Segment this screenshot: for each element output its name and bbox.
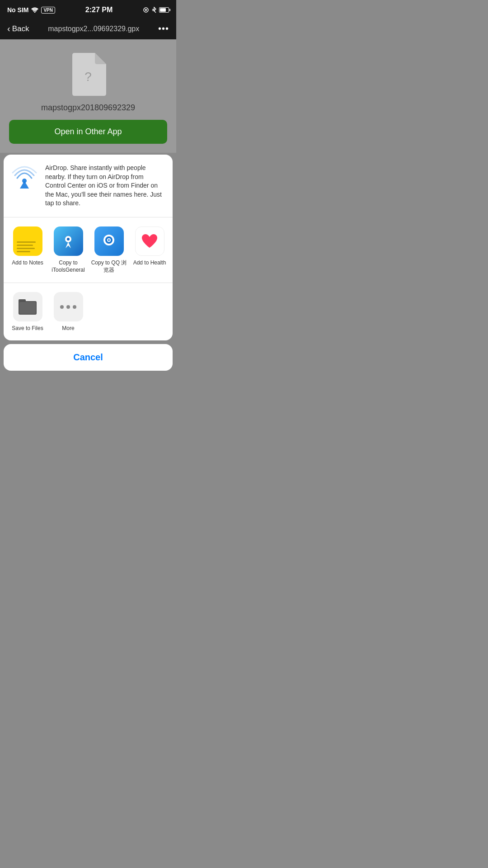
battery-indicator [159, 7, 169, 13]
bluetooth-icon [152, 7, 156, 13]
more-label: More [62, 325, 74, 331]
app-item-phantom[interactable]: Copy to Phantom GPS [170, 225, 173, 275]
airdrop-description: AirDrop. Share instantly with people nea… [45, 164, 165, 208]
status-left: No SIM VPN [7, 6, 55, 14]
cancel-button[interactable]: Cancel [4, 344, 173, 371]
app-item-notes[interactable]: Add to Notes [7, 225, 48, 275]
qq-label: Copy to QQ 浏览器 [91, 259, 127, 274]
notes-label: Add to Notes [12, 259, 43, 267]
save-files-icon [13, 292, 42, 321]
open-in-other-app-button[interactable]: Open in Other App [9, 120, 167, 144]
share-sheet: AirDrop. Share instantly with people nea… [0, 155, 176, 340]
back-chevron-icon: ‹ [7, 24, 10, 34]
navigation-bar: ‹ Back mapstogpx2...09692329.gpx ••• [0, 20, 176, 39]
carrier-label: No SIM [7, 6, 28, 14]
status-bar: No SIM VPN 2:27 PM [0, 0, 176, 20]
app-item-itools[interactable]: Copy to iToolsGeneral [48, 225, 89, 275]
file-name: mapstogpx201809692329 [41, 103, 135, 113]
time-display: 2:27 PM [85, 6, 113, 14]
phantom-label: Copy to Phantom GPS [172, 259, 173, 274]
app-item-health[interactable]: Add to Health [129, 225, 170, 275]
health-app-icon [135, 226, 164, 256]
content-area: ? mapstogpx201809692329 Open in Other Ap… [0, 39, 176, 153]
itools-label: Copy to iToolsGeneral [50, 259, 86, 274]
qq-app-icon [94, 226, 124, 256]
action-item-more[interactable]: More [48, 288, 89, 335]
svg-point-20 [66, 305, 70, 309]
file-icon: ? [70, 53, 106, 96]
svg-text:?: ? [84, 70, 92, 84]
notes-app-icon [13, 226, 42, 256]
more-options-button[interactable]: ••• [158, 24, 169, 34]
svg-point-6 [67, 238, 70, 241]
nav-title: mapstogpx2...09692329.gpx [33, 25, 155, 33]
back-button[interactable]: ‹ Back [7, 24, 29, 34]
back-label: Back [12, 24, 29, 33]
apps-section: Add to Notes Copy to iToolsGeneral [4, 217, 173, 283]
apps-row: Add to Notes Copy to iToolsGeneral [4, 225, 173, 275]
more-icon [54, 292, 83, 321]
svg-point-21 [73, 305, 76, 309]
wifi-icon [31, 7, 38, 13]
app-item-qq[interactable]: Copy to QQ 浏览器 [89, 225, 129, 275]
itools-app-icon [54, 226, 83, 256]
airdrop-icon [11, 164, 38, 191]
svg-point-0 [34, 12, 36, 13]
svg-point-2 [145, 10, 146, 11]
svg-point-19 [60, 305, 64, 309]
actions-row: Save to Files More [4, 288, 173, 335]
status-right [143, 7, 169, 13]
vpn-badge: VPN [41, 7, 55, 14]
airdrop-section: AirDrop. Share instantly with people nea… [4, 155, 173, 217]
cancel-section: Cancel [0, 344, 176, 371]
action-item-save-files[interactable]: Save to Files [7, 288, 48, 335]
actions-section: Save to Files More [4, 283, 173, 340]
svg-point-10 [108, 239, 110, 241]
file-icon-wrap: ? [70, 53, 106, 96]
health-label: Add to Health [133, 259, 166, 267]
lock-icon [143, 7, 149, 13]
save-files-label: Save to Files [12, 325, 43, 331]
svg-rect-18 [19, 302, 36, 314]
